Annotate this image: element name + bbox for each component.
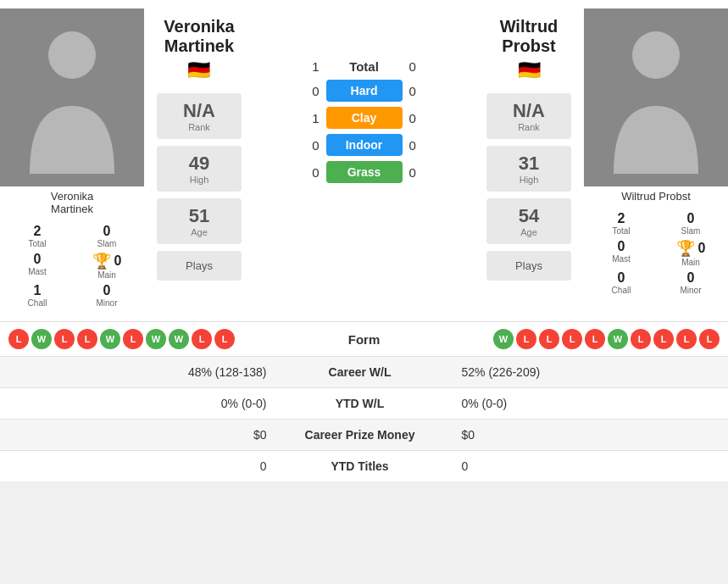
ytd-wl-row: 0% (0-0) YTD W/L 0% (0-0) — [0, 387, 728, 419]
left-ytd-titles: 0 — [10, 459, 267, 473]
grass-score-left: 0 — [292, 165, 326, 180]
form-badge: L — [631, 329, 651, 349]
right-player-name: Wiltrud Probst — [621, 186, 691, 206]
indoor-button[interactable]: Indoor — [326, 134, 403, 156]
clay-score-right: 0 — [403, 111, 436, 125]
trophy-icon-left: 🏆 — [92, 252, 111, 270]
form-badge: W — [169, 329, 189, 349]
svg-point-0 — [48, 31, 96, 79]
career-wl-row: 48% (128-138) Career W/L 52% (226-209) — [0, 356, 728, 387]
form-badge: W — [608, 329, 628, 349]
right-stat-total: 2 Total — [591, 211, 652, 236]
form-badge: L — [653, 329, 674, 349]
right-career-wl: 52% (226-209) — [453, 365, 719, 379]
total-score-left: 1 — [292, 59, 326, 74]
trophy-icon-right: 🏆 — [676, 239, 695, 258]
court-row-grass: 0 Grass 0 — [254, 161, 474, 183]
form-badge: L — [123, 329, 143, 349]
ytd-wl-label: YTD W/L — [267, 397, 453, 410]
form-badge: L — [192, 329, 212, 349]
total-label: Total — [326, 59, 403, 74]
hard-score-right: 0 — [403, 84, 436, 98]
left-stat-total: 2 Total — [7, 224, 68, 248]
left-player-name: VeronikaMartinek — [51, 186, 94, 219]
left-player-photo — [0, 8, 144, 186]
grass-score-right: 0 — [403, 165, 436, 180]
form-label: Form — [314, 332, 415, 347]
court-row-clay: 1 Clay 0 — [254, 107, 474, 129]
left-high-box: 49 High — [157, 146, 242, 192]
right-stat-main: 🏆 0 Main — [660, 239, 721, 267]
total-row: 1 Total 0 — [254, 59, 474, 74]
form-badge: L — [214, 329, 235, 349]
court-row-indoor: 0 Indoor 0 — [254, 134, 474, 156]
main-container: VeronikaMartinek 2 Total 0 Slam 0 Mast — [0, 0, 728, 481]
right-ytd-wl: 0% (0-0) — [453, 397, 719, 410]
clay-score-left: 1 — [292, 111, 326, 125]
form-badge: L — [562, 329, 582, 349]
right-stat-slam: 0 Slam — [660, 211, 721, 236]
left-stat-mast: 0 Mast — [7, 252, 68, 280]
left-career-wl: 48% (128-138) — [10, 365, 267, 379]
left-stat-chall: 1 Chall — [7, 283, 68, 308]
right-flag: 🇩🇪 — [474, 59, 584, 81]
left-rank-box: N/A Rank — [157, 93, 242, 139]
left-plays-box: Plays — [157, 251, 242, 281]
form-badge: L — [699, 329, 720, 349]
court-row-hard: 0 Hard 0 — [254, 80, 474, 102]
right-prize: $0 — [453, 428, 719, 442]
ytd-titles-label: YTD Titles — [267, 459, 453, 473]
svg-point-1 — [632, 31, 680, 79]
prize-row: $0 Career Prize Money $0 — [0, 419, 728, 450]
right-plays-box: Plays — [486, 251, 571, 281]
left-flag: 🇩🇪 — [164, 59, 234, 81]
left-stat-main: 🏆 0 Main — [76, 252, 137, 280]
right-stat-minor: 0 Minor — [660, 270, 721, 295]
left-player-panel: VeronikaMartinek 2 Total 0 Slam 0 Mast — [0, 8, 144, 313]
right-player-photo — [584, 8, 728, 186]
form-badge: L — [54, 329, 75, 349]
form-badge: L — [516, 329, 536, 349]
left-age-box: 51 Age — [157, 198, 242, 244]
right-info-col: Wiltrud Probst 🇩🇪 N/A Rank 31 High 54 Ag… — [474, 8, 584, 313]
form-badge: L — [8, 329, 29, 349]
left-stat-slam: 0 Slam — [76, 224, 137, 248]
ytd-titles-row: 0 YTD Titles 0 — [0, 450, 728, 481]
left-player-stats-grid: 2 Total 0 Slam 0 Mast 🏆 0 Main — [0, 219, 144, 313]
left-stat-minor: 0 Minor — [76, 283, 137, 308]
right-stat-chall: 0 Chall — [591, 270, 652, 295]
form-badge: W — [493, 329, 514, 349]
left-prize: $0 — [10, 428, 267, 442]
left-ytd-wl: 0% (0-0) — [10, 397, 267, 410]
right-header-name: Wiltrud Probst — [474, 17, 584, 56]
form-badge: W — [146, 329, 166, 349]
form-badge: L — [676, 329, 697, 349]
top-section: VeronikaMartinek 2 Total 0 Slam 0 Mast — [0, 0, 728, 321]
grass-button[interactable]: Grass — [326, 161, 403, 183]
form-badge: L — [77, 329, 97, 349]
right-age-box: 54 Age — [486, 198, 571, 244]
right-rank-box: N/A Rank — [486, 93, 571, 139]
form-badge: W — [100, 329, 120, 349]
hard-button[interactable]: Hard — [326, 80, 403, 102]
indoor-score-left: 0 — [292, 138, 326, 153]
total-score-right: 0 — [403, 59, 436, 74]
left-info-col: VeronikaMartinek 🇩🇪 N/A Rank 49 High 51 … — [144, 8, 254, 313]
form-badge: W — [31, 329, 52, 349]
left-form-badges: LWLLWLWWLL — [8, 329, 314, 349]
career-wl-label: Career W/L — [267, 365, 453, 379]
indoor-score-right: 0 — [403, 138, 436, 153]
right-ytd-titles: 0 — [453, 459, 719, 473]
right-high-box: 31 High — [486, 146, 571, 192]
left-header-name: VeronikaMartinek — [164, 17, 234, 56]
right-form-badges: WLLLLWLLLL — [415, 329, 720, 349]
form-badge: L — [539, 329, 559, 349]
form-badge: L — [585, 329, 605, 349]
right-player-stats-grid: 2 Total 0 Slam 0 Mast 🏆 0 Main — [584, 206, 728, 300]
form-section: LWLLWLWWLL Form WLLLLWLLLL — [0, 321, 728, 356]
hard-score-left: 0 — [292, 84, 326, 98]
clay-button[interactable]: Clay — [326, 107, 403, 129]
right-stat-mast: 0 Mast — [591, 239, 652, 267]
court-section: 1 Total 0 0 Hard 0 1 Clay 0 0 Indoor 0 0 — [254, 8, 474, 313]
prize-label: Career Prize Money — [267, 428, 453, 442]
